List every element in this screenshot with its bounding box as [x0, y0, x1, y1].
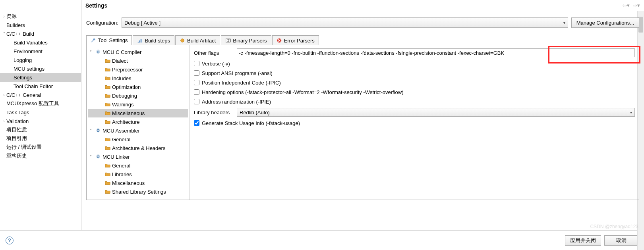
tool-tree-label: MCU C Compiler — [102, 49, 141, 55]
expand-arrow-icon: › — [2, 93, 6, 97]
tool-tree-item[interactable]: Warnings — [88, 100, 188, 109]
nav-item[interactable]: 重构历史 — [0, 152, 81, 160]
nav-item[interactable]: Logging — [0, 56, 81, 64]
tab-tool-settings[interactable]: Tool Settings — [86, 35, 132, 45]
filter-box[interactable] — [0, 2, 81, 12]
expand-arrow-icon: ˅ — [2, 32, 6, 36]
tool-tree-label: Includes — [112, 75, 131, 81]
tool-tree-item[interactable]: General — [88, 135, 188, 144]
tool-tree-label: Miscellaneous — [112, 110, 145, 116]
tool-tree-item[interactable]: ˅MCU Assembler — [88, 126, 188, 135]
library-headers-row: Library headers Redlib (Auto) ▾ — [194, 107, 635, 117]
nav-item-label: 运行 / 调试设置 — [6, 144, 42, 151]
nav-item[interactable]: ›Validation — [0, 117, 81, 125]
library-headers-select[interactable]: Redlib (Auto) ▾ — [237, 108, 635, 117]
tool-tree-item[interactable]: Libraries — [88, 170, 188, 179]
tool-tree-item[interactable]: General — [88, 161, 188, 170]
watermark: CSDN @zhengyad123 — [590, 224, 638, 229]
other-flags-label: Other flags — [194, 50, 237, 56]
nav-item-label: MCUXpresso 配置工具 — [6, 100, 59, 107]
tool-tree-label: Optimization — [112, 84, 141, 90]
tool-tree-label: Dialect — [112, 58, 128, 64]
option-label: Hardening options (-fstack-protector-all… — [202, 89, 403, 95]
nav-item[interactable]: MCUXpresso 配置工具 — [0, 99, 81, 108]
generate-stack-usage-checkbox[interactable] — [194, 120, 199, 126]
tool-tree-label: Miscellaneous — [112, 180, 145, 186]
nav-item[interactable]: 运行 / 调试设置 — [0, 143, 81, 152]
configuration-value: Debug [ Active ] — [124, 20, 161, 26]
tool-tree-label: Warnings — [112, 102, 133, 108]
nav-item[interactable]: 项目引用 — [0, 134, 81, 143]
option-checkbox[interactable] — [194, 99, 199, 104]
nav-item-label: 资源 — [6, 13, 17, 20]
nav-item-label: C/C++ Build — [6, 31, 34, 37]
tab-label: Binary Parsers — [233, 38, 267, 44]
nav-item[interactable]: ›C/C++ General — [0, 90, 81, 99]
tab-label: Build steps — [145, 38, 170, 44]
expand-arrow-icon: ˅ — [90, 129, 94, 133]
nav-item-label: Environment — [14, 48, 43, 54]
nav-item[interactable]: Build Variables — [0, 38, 81, 47]
content-area: Configuration: Debug [ Active ] ▾ Manage… — [81, 11, 644, 230]
nav-item-label: Logging — [14, 57, 32, 63]
tool-tree-item[interactable]: Shared Library Settings — [88, 187, 188, 196]
tab-build-steps[interactable]: Build steps — [133, 35, 174, 45]
header-nav-icons: ⇦▾ ⇨▾ — [623, 2, 640, 8]
tool-tree-item[interactable]: ˅MCU C Compiler — [88, 48, 188, 56]
tool-tree-item[interactable]: Architecture — [88, 117, 188, 126]
tool-tree-label: MCU Assembler — [102, 128, 140, 134]
nav-item[interactable]: ›资源 — [0, 12, 81, 21]
nav-item-label: MCU settings — [14, 66, 44, 72]
expand-arrow-icon: › — [2, 119, 6, 123]
apply-close-button[interactable]: 应用并关闭 — [565, 235, 601, 246]
tool-tree-label: Shared Library Settings — [112, 189, 166, 195]
other-flags-row: Other flags — [194, 48, 635, 58]
chevron-down-icon: ▾ — [563, 21, 565, 25]
help-icon[interactable]: ? — [6, 237, 14, 244]
tool-tree-item[interactable]: Miscellaneous — [88, 179, 188, 187]
tool-tree-item[interactable]: ˅MCU Linker — [88, 152, 188, 161]
option-row: Support ANSI programs (-ansi) — [194, 68, 635, 78]
expand-arrow-icon: › — [2, 14, 6, 19]
tab-label: Tool Settings — [98, 37, 128, 43]
tool-tree-label: General — [112, 137, 130, 142]
nav-item[interactable]: 项目性质 — [0, 125, 81, 134]
nav-item-label: 项目引用 — [6, 135, 27, 142]
tool-tree-label: Preprocessor — [112, 67, 143, 73]
option-row: Hardening options (-fstack-protector-all… — [194, 87, 635, 97]
chevron-down-icon: ▾ — [630, 110, 632, 115]
tab-body: ˅MCU C CompilerDialectPreprocessorInclud… — [86, 45, 639, 200]
tool-tree-item[interactable]: Debugging — [88, 91, 188, 100]
nav-item[interactable]: Task Tags — [0, 108, 81, 117]
nav-item-label: Builders — [6, 22, 25, 28]
nav-item[interactable]: Tool Chain Editor — [0, 82, 81, 90]
other-flags-input[interactable] — [237, 48, 635, 57]
back-icon[interactable]: ⇦▾ — [623, 2, 630, 8]
tool-tree-item[interactable]: Includes — [88, 74, 188, 83]
option-checkbox[interactable] — [194, 70, 199, 76]
forward-icon[interactable]: ⇨▾ — [633, 2, 640, 8]
tab-binary-parsers[interactable]: 01Binary Parsers — [221, 35, 271, 45]
tool-tree-item[interactable]: Optimization — [88, 83, 188, 91]
tool-tree-item[interactable]: Miscellaneous — [88, 109, 188, 117]
tool-tree-item[interactable]: Preprocessor — [88, 65, 188, 74]
option-checkbox[interactable] — [194, 61, 199, 66]
nav-item[interactable]: Builders — [0, 21, 81, 29]
manage-configurations-button[interactable]: Manage Configurations... — [571, 17, 639, 28]
option-checkbox[interactable] — [194, 89, 199, 95]
nav-item-label: Build Variables — [14, 40, 48, 46]
tool-tree-item[interactable]: Architecture & Headers — [88, 144, 188, 152]
nav-item[interactable]: MCU settings — [0, 64, 81, 73]
option-checkbox[interactable] — [194, 80, 199, 85]
tool-tree-item[interactable]: Dialect — [88, 56, 188, 65]
tab-build-artifact[interactable]: Build Artifact — [175, 35, 220, 45]
header: Settings ⇦▾ ⇨▾ — [81, 0, 644, 11]
configuration-select[interactable]: Debug [ Active ] ▾ — [122, 17, 568, 28]
tool-tree-label: MCU Linker — [102, 154, 130, 160]
nav-item[interactable]: ˅C/C++ Build — [0, 29, 81, 38]
tool-tree-label: Debugging — [112, 93, 137, 99]
nav-item[interactable]: Environment — [0, 47, 81, 56]
tab-error-parsers[interactable]: Error Parsers — [272, 35, 319, 45]
cancel-button[interactable]: 取消 — [604, 235, 638, 246]
nav-item[interactable]: Settings — [0, 73, 81, 82]
